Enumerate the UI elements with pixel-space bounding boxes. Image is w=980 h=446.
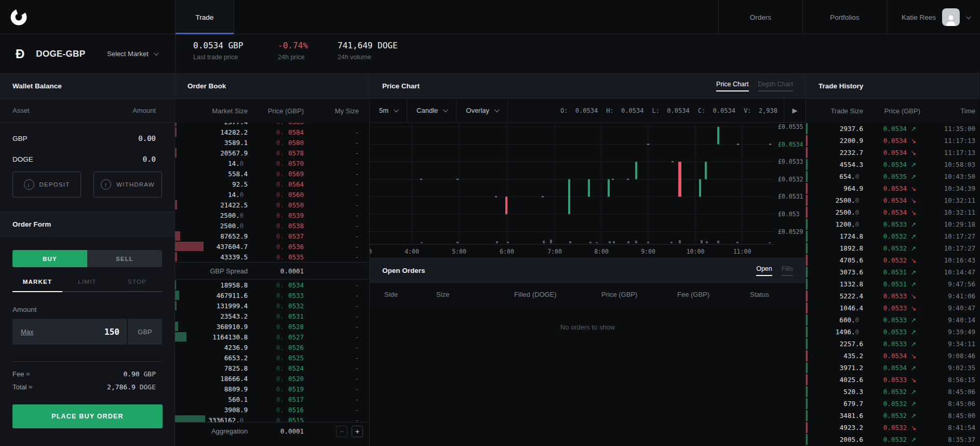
order-book-ask-row[interactable]: 20567.90.0578- — [175, 148, 369, 158]
deposit-button[interactable]: ↓ DEPOSIT — [12, 172, 81, 198]
trade-price: 0.0534 ↘ — [867, 137, 924, 145]
price-axis-label: £0.053 — [778, 211, 800, 218]
trade-time: 11:17:13 — [924, 137, 979, 145]
trade-time: 11:17:13 — [924, 149, 979, 156]
order-book-bid-row[interactable]: 7825.80.0524- — [175, 363, 369, 373]
market-size: 14.0 — [175, 191, 252, 199]
ohlc-item: H: 0.0534 — [606, 107, 643, 114]
overlay-dropdown[interactable]: Overlay — [457, 99, 508, 122]
trade-price: 0.0533 ↗ — [867, 328, 924, 336]
volume-bar — [717, 241, 719, 243]
market-size-column: Market Size — [175, 107, 252, 115]
my-size: - — [308, 243, 369, 251]
market-size: 3589.1 — [175, 139, 252, 147]
place-buy-order-button[interactable]: PLACE BUY ORDER — [12, 404, 163, 428]
order-book-bid-row[interactable]: 1164130.80.0527- — [175, 332, 369, 342]
last-price-label: Last trade price — [193, 54, 243, 61]
max-link[interactable]: Max — [21, 328, 34, 336]
order-book-bid-row[interactable]: 467911.60.0533- — [175, 290, 369, 300]
order-book-bid-row[interactable]: 4236.90.0526- — [175, 342, 369, 352]
interval-dropdown[interactable]: 5m — [370, 99, 407, 122]
order-book-rows[interactable]: 2577.40.0585-14282.20.0584-3589.10.0580-… — [175, 123, 369, 422]
order-book-bid-row[interactable]: 6653.20.0525- — [175, 352, 369, 363]
order-book-bid-row[interactable]: 560.10.0517- — [175, 394, 369, 404]
my-size: - — [308, 123, 369, 126]
play-button[interactable]: ▶ — [784, 99, 806, 122]
price-chart-toggle[interactable]: Price Chart — [716, 81, 749, 91]
volume-bar — [701, 240, 703, 243]
order-book-ask-row[interactable]: 558.40.0569- — [175, 168, 369, 179]
depth-chart-toggle[interactable]: Depth Chart — [758, 81, 793, 91]
amount-input[interactable]: Max 150 GBP — [12, 319, 162, 345]
nav-item-portfolios[interactable]: Portfolios — [802, 0, 887, 34]
order-book-bid-row[interactable]: 8809.90.0519- — [175, 384, 369, 394]
size-column: Size — [436, 291, 514, 298]
user-menu[interactable]: Katie Rees — [887, 0, 980, 34]
market-size: 20567.9 — [175, 149, 252, 157]
withdraw-arrow-icon: ↑ — [101, 179, 111, 190]
my-size: - — [308, 323, 369, 331]
trade-side-indicator — [806, 386, 808, 397]
fills-toggle[interactable]: Fills — [782, 265, 793, 276]
withdraw-button[interactable]: ↑ WITHDRAW — [93, 172, 162, 198]
nav-item-orders[interactable]: Orders — [718, 0, 802, 34]
sell-tab[interactable]: SELL — [87, 250, 162, 267]
order-book-ask-row[interactable]: 3589.10.0580- — [175, 137, 369, 148]
trade-side-indicator — [806, 350, 808, 361]
order-book-bid-row[interactable]: 3336162.00.0515- — [175, 415, 369, 422]
price-chart-canvas[interactable]: £0.0535£0.0534£0.0533£0.0532£0.0531£0.05… — [370, 123, 806, 258]
change-value: -0.74% — [278, 41, 308, 50]
select-market-dropdown[interactable]: Select Market — [107, 50, 157, 58]
order-book-bid-row[interactable]: 3908.90.0516- — [175, 404, 369, 415]
trade-size: 4025.6 — [806, 376, 867, 384]
order-book-ask-row[interactable]: 2500.00.0539- — [175, 210, 369, 220]
order-book-bid-row[interactable]: 18666.40.0520- — [175, 373, 369, 384]
order-book-ask-row[interactable]: 14282.20.0584- — [175, 127, 369, 137]
order-book-ask-row[interactable]: 2500.00.0538- — [175, 220, 369, 231]
order-book-ask-row[interactable]: 21422.50.0550- — [175, 200, 369, 210]
trade-time: 10:17:27 — [924, 232, 979, 240]
buy-tab[interactable]: BUY — [12, 250, 87, 267]
market-size: 2500.0 — [175, 222, 252, 230]
fee-value: 0.90 — [123, 370, 139, 378]
trade-price: 0.0534 ↘ — [867, 149, 924, 156]
price: 0.0578 — [252, 149, 308, 157]
order-book-ask-row[interactable]: 14.00.0570- — [175, 158, 369, 168]
order-book-bid-row[interactable]: 368910.90.0528- — [175, 321, 369, 332]
open-toggle[interactable]: Open — [756, 265, 772, 276]
aggregation-decrease-button[interactable]: − — [336, 426, 347, 437]
candlestick-chart[interactable]: £0.0535£0.0534£0.0533£0.0532£0.0531£0.05… — [370, 123, 806, 258]
order-book-ask-row[interactable]: 43339.50.0535- — [175, 252, 369, 262]
chart-type-dropdown[interactable]: Candle — [407, 99, 457, 122]
amount-value[interactable]: 150 — [104, 327, 119, 337]
time-column: Time — [924, 107, 979, 115]
tab-limit[interactable]: LIMIT — [62, 279, 112, 291]
order-book-bid-row[interactable]: 18958.80.0534- — [175, 280, 369, 290]
market-size: 2500.0 — [175, 212, 252, 219]
coinbase-logo[interactable] — [0, 0, 36, 34]
market-size: 6653.2 — [175, 354, 252, 362]
order-book-ask-row[interactable]: 14.00.0560- — [175, 189, 369, 200]
order-book-ask-row[interactable]: 2577.40.0585- — [175, 123, 369, 127]
trade-price: 0.0533 ↗ — [867, 340, 924, 348]
fee-unit: GBP — [144, 370, 156, 378]
order-book-ask-row[interactable]: 87652.90.0537- — [175, 231, 369, 241]
order-book-ask-row[interactable]: 437604.70.0536- — [175, 241, 369, 252]
order-book-ask-row[interactable]: 92.50.0564- — [175, 179, 369, 189]
chart-toolbar: 5m Candle Overlay O: 0.0534H: 0.0534L: 0… — [370, 99, 806, 123]
trade-time: 10:34:39 — [924, 185, 979, 192]
tab-market[interactable]: MARKET — [12, 279, 62, 291]
left-sidebar: Wallet Balance Asset Amount GBP 0.00 DOG… — [0, 74, 175, 446]
aggregation-increase-button[interactable]: + — [352, 426, 363, 437]
tab-trade[interactable]: Trade — [175, 0, 234, 34]
trade-row: 2200.90.0534 ↘11:17:13 — [806, 135, 979, 147]
trade-side-indicator — [806, 362, 808, 373]
trade-price: 0.0533 ↗ — [867, 316, 924, 324]
market-pair: DOGE-GBP — [36, 49, 85, 59]
order-book-bid-row[interactable]: 131999.40.0532- — [175, 300, 369, 311]
tab-stop[interactable]: STOP — [112, 279, 162, 291]
trade-price: 0.0534 ↘ — [867, 352, 924, 360]
market-header: Đ DOGE-GBP Select Market 0.0534 GBP Last… — [0, 34, 980, 74]
spread-value: 0.0001 — [252, 267, 308, 275]
order-book-bid-row[interactable]: 23543.20.0531- — [175, 311, 369, 321]
